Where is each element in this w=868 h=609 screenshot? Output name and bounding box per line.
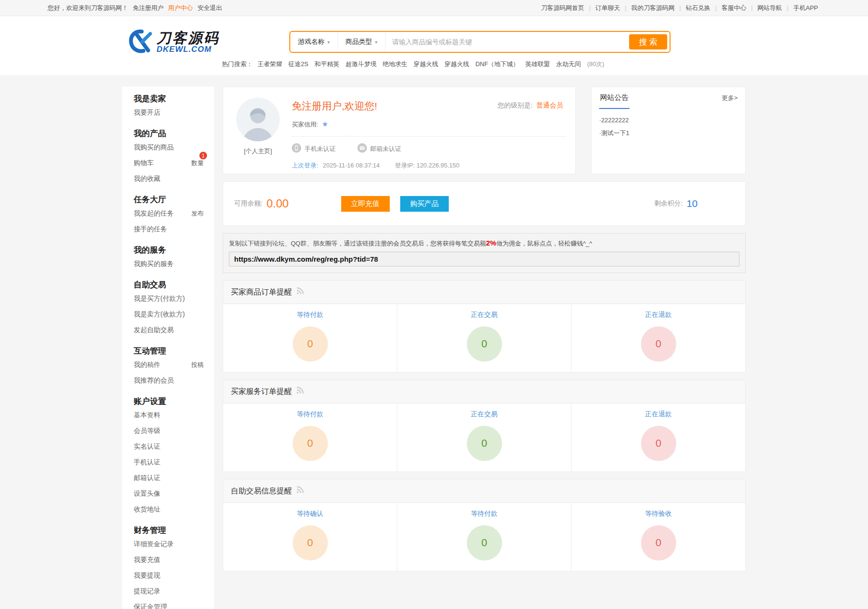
sidebar-item[interactable]: 我是买方(付款方) (134, 291, 214, 306)
topbar-link[interactable]: 我的刀客源码网 (631, 4, 674, 11)
hot-search-keyword[interactable]: DNF（地下城） (475, 60, 519, 68)
sidebar-item[interactable]: 提现记录 (134, 583, 214, 599)
sidebar-item-extra[interactable]: 数量1 (191, 159, 204, 167)
sidebar-item[interactable]: 发起自助交易 (134, 322, 214, 338)
topbar-link[interactable]: 手机APP (793, 4, 818, 11)
hot-search-keyword[interactable]: 穿越火线 (444, 60, 469, 68)
referral-url-box[interactable]: https://www.dkym.com/reg/reg.php?tid=78 (229, 252, 740, 266)
order-status-link[interactable]: 等待付款 (223, 311, 397, 319)
sidebar-item-label: 会员等级 (134, 427, 160, 435)
sidebar-item-label: 我要开店 (134, 108, 160, 117)
member-level-value[interactable]: 普通会员 (536, 101, 563, 109)
topbar-link[interactable]: 钻石兑换 (686, 4, 710, 11)
game-name-dropdown[interactable]: 游戏名称 ▾ (290, 32, 338, 52)
product-type-dropdown[interactable]: 商品类型 ▾ (338, 32, 385, 52)
topbar-link[interactable]: 客服中心 (721, 4, 746, 11)
hot-search-keyword[interactable]: 超激斗梦境 (345, 60, 376, 68)
email-cert-status[interactable]: 邮箱未认证 (357, 143, 401, 154)
order-status-link[interactable]: 正在退款 (572, 311, 745, 319)
order-status-link[interactable]: 等待确认 (223, 510, 397, 518)
sidebar-item[interactable]: 邮箱认证 (134, 470, 214, 486)
sidebar-item-label: 我推荐的会员 (134, 376, 174, 385)
search-button[interactable]: 搜 索 (629, 34, 667, 49)
buy-product-button[interactable]: 购买产品 (400, 196, 449, 212)
order-column: 等待付款 0 (397, 503, 571, 571)
hot-search-keyword[interactable]: 穿越火线 (414, 60, 438, 68)
order-status-link[interactable]: 正在交易 (397, 311, 571, 319)
hot-search-count: (80次) (587, 60, 604, 68)
sidebar-item[interactable]: 我购买的服务 (134, 256, 214, 272)
sidebar-item[interactable]: 会员等级 (134, 423, 214, 439)
announcement-item[interactable]: ·22222222 (599, 114, 738, 127)
greeting-text: 您好，欢迎来到刀客源码网！ (48, 4, 128, 11)
sidebar-item[interactable]: 保证金管理 (134, 599, 214, 609)
search-input[interactable] (385, 32, 627, 52)
register-user-link[interactable]: 免注册用户 (133, 4, 164, 11)
rss-icon (296, 486, 304, 496)
separator: | (625, 4, 626, 11)
order-count-circle: 0 (641, 426, 676, 461)
sidebar-item[interactable]: 基本资料 (134, 407, 214, 423)
referral-text-after: 做为佣金，鼠标点点，轻松赚钱^_^ (496, 240, 592, 247)
sidebar-item[interactable]: 接手的任务 (134, 221, 214, 237)
user-center-link[interactable]: 用户中心 (168, 4, 193, 11)
order-status-link[interactable]: 等待验收 (572, 510, 745, 518)
chevron-down-icon: ▾ (327, 39, 330, 45)
sidebar-item-extra[interactable]: 发布 (191, 209, 204, 218)
sidebar-item[interactable]: 详细资金记录 (134, 536, 214, 552)
order-status-link[interactable]: 等待付款 (223, 410, 397, 419)
order-status-link[interactable]: 等待付款 (397, 510, 571, 518)
sidebar-item[interactable]: 我要充值 (134, 552, 214, 568)
site-logo[interactable]: 刀客源码 DKEWL.COM (128, 29, 219, 56)
announcement-list: ·22222222 ·测试一下1 (599, 109, 738, 139)
section-header: 买家商品订单提醒 (223, 281, 745, 304)
logo-domain: DKEWL.COM (157, 45, 219, 54)
sidebar-item-label: 发起自助交易 (134, 326, 174, 334)
order-count-circle: 0 (467, 426, 502, 461)
last-login-label[interactable]: 上次登录: (292, 162, 318, 169)
sidebar-item[interactable]: 收货地址 (134, 501, 214, 517)
sidebar-section-title: 互动管理 (134, 345, 214, 357)
hot-search-keyword[interactable]: 和平精英 (315, 60, 339, 68)
order-column: 等待付款 0 (223, 403, 397, 471)
site-header: 刀客源码 DKEWL.COM 游戏名称 ▾ 商品类型 ▾ 搜 索 热门搜索：王者… (0, 16, 868, 75)
sidebar-item[interactable]: 我是卖方(收款方) (134, 306, 214, 322)
sidebar-item[interactable]: 我的收藏 (134, 171, 214, 187)
sidebar-item[interactable]: 我的稿件投稿 (134, 357, 214, 373)
hot-search-keyword[interactable]: 英雄联盟 (525, 60, 550, 68)
sidebar-item[interactable]: 设置头像 (134, 486, 214, 501)
hot-search-keyword[interactable]: 绝地求生 (383, 60, 407, 68)
hot-search-keyword[interactable]: 王者荣耀 (257, 60, 282, 68)
order-status-link[interactable]: 正在交易 (397, 410, 571, 419)
sidebar-item[interactable]: 我推荐的会员 (134, 373, 214, 388)
order-count-circle: 0 (467, 525, 502, 560)
sidebar-item[interactable]: 手机认证 (134, 454, 214, 470)
mail-icon (357, 143, 367, 154)
sidebar-item[interactable]: 我要提现 (134, 568, 214, 583)
profile-home-link[interactable]: [个人主页] (244, 147, 272, 156)
sidebar-item-label: 保证金管理 (134, 603, 167, 609)
hot-search-keyword[interactable]: 征途2S (288, 60, 308, 68)
hot-search-keyword[interactable]: 永劫无间 (556, 60, 581, 68)
section-header: 自助交易信息提醒 (223, 480, 745, 503)
rss-icon (296, 386, 304, 397)
phone-cert-status[interactable]: 手机未认证 (292, 143, 335, 154)
hot-search-row: 热门搜索：王者荣耀征途2S和平精英超激斗梦境绝地求生穿越火线穿越火线DNF（地下… (222, 60, 604, 69)
announcement-more-link[interactable]: 更多> (721, 94, 738, 102)
sidebar-item[interactable]: 实名认证 (134, 439, 214, 454)
member-level-label: 您的级别是: (497, 101, 533, 109)
sidebar-item[interactable]: 购物车数量1 (134, 155, 214, 171)
sidebar-item[interactable]: 我发起的任务发布 (134, 206, 214, 221)
member-level: 您的级别是: 普通会员 (497, 101, 563, 110)
topbar-link[interactable]: 刀客源码网首页 (541, 4, 584, 11)
main-content: [个人主页] 免注册用户,欢迎您! 您的级别是: 普通会员 买家信用: ★ (223, 87, 746, 571)
sidebar-item[interactable]: 我要开店 (134, 105, 214, 120)
avatar[interactable] (236, 135, 280, 143)
sidebar-item-extra[interactable]: 投稿 (191, 361, 204, 369)
announcement-item[interactable]: ·测试一下1 (599, 127, 738, 139)
logout-link[interactable]: 安全退出 (197, 4, 222, 11)
topbar-link[interactable]: 订单聊天 (595, 4, 620, 11)
order-status-link[interactable]: 正在退款 (572, 410, 745, 419)
topbar-link[interactable]: 网站导航 (758, 4, 782, 11)
recharge-button[interactable]: 立即充值 (341, 196, 390, 212)
